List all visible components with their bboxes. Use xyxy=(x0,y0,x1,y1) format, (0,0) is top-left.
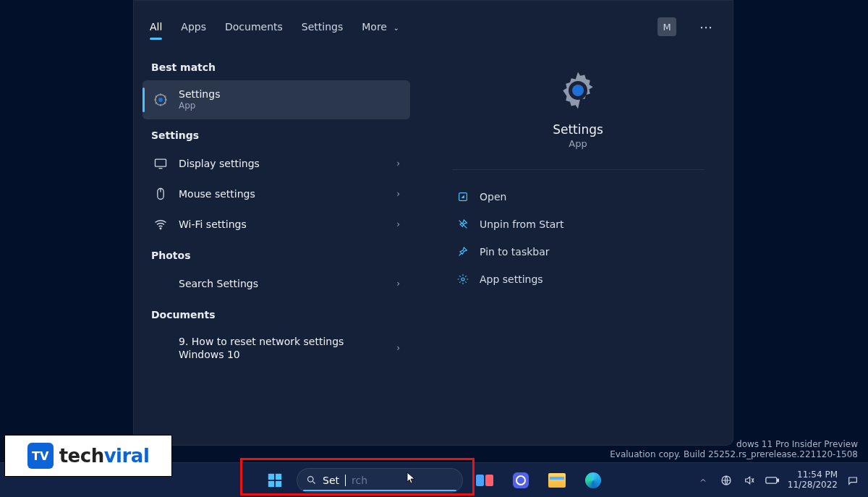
tab-settings[interactable]: Settings xyxy=(302,17,343,37)
result-display-settings[interactable]: Display settings › xyxy=(142,148,410,179)
gear-small-icon xyxy=(456,273,469,286)
photos-section-header: Photos xyxy=(142,239,423,268)
svg-rect-15 xyxy=(766,477,777,483)
best-match-title: Settings xyxy=(179,88,400,101)
search-icon xyxy=(306,475,317,485)
unpin-icon xyxy=(456,218,469,231)
best-match-result[interactable]: Settings App xyxy=(142,80,410,119)
result-doc-reset-network[interactable]: 9. How to reset network settings Windows… xyxy=(142,328,410,368)
chevron-down-icon: ⌄ xyxy=(393,24,399,32)
tray-network-icon[interactable] xyxy=(718,472,734,488)
svg-rect-12 xyxy=(276,480,281,486)
taskbar-search-input[interactable]: Setrch xyxy=(297,468,463,493)
taskbar-file-explorer[interactable] xyxy=(542,466,571,495)
gear-icon xyxy=(556,69,600,112)
svg-rect-2 xyxy=(156,159,166,166)
svg-point-0 xyxy=(158,98,163,102)
tray-volume-icon[interactable] xyxy=(741,472,757,488)
chevron-right-icon: › xyxy=(396,343,400,353)
mouse-icon xyxy=(153,186,169,202)
tab-all[interactable]: All xyxy=(150,17,162,37)
system-tray: 11:54 PM 11/28/2022 xyxy=(695,470,861,490)
svg-point-8 xyxy=(461,278,464,281)
tab-more[interactable]: More ⌄ xyxy=(362,17,399,37)
pin-icon xyxy=(456,245,469,258)
chevron-right-icon: › xyxy=(396,279,400,289)
blank-icon xyxy=(153,276,169,292)
open-icon xyxy=(456,190,469,203)
result-mouse-settings[interactable]: Mouse settings › xyxy=(142,179,410,209)
results-column: Best match Settings App Settings xyxy=(134,43,423,445)
svg-rect-9 xyxy=(268,473,274,479)
gear-icon xyxy=(153,92,169,108)
svg-rect-11 xyxy=(268,480,274,486)
action-unpin-start[interactable]: Unpin from Start xyxy=(452,211,704,238)
user-avatar[interactable]: M xyxy=(658,17,676,36)
tab-apps[interactable]: Apps xyxy=(181,17,206,37)
taskbar-chat[interactable] xyxy=(506,466,535,495)
tab-documents[interactable]: Documents xyxy=(225,17,283,37)
tray-overflow[interactable] xyxy=(695,472,711,488)
preview-subtitle: App xyxy=(569,138,587,149)
windows-watermark: dows 11 Pro Insider Preview Evaluation c… xyxy=(610,439,858,459)
monitor-icon xyxy=(153,156,169,171)
taskbar-widgets[interactable] xyxy=(470,466,499,495)
result-wifi-settings[interactable]: Wi-Fi settings › xyxy=(142,209,410,239)
documents-section-header: Documents xyxy=(142,299,423,328)
svg-rect-16 xyxy=(777,479,778,481)
best-match-subtitle: App xyxy=(179,101,400,112)
result-search-settings[interactable]: Search Settings › xyxy=(142,268,410,299)
text-caret xyxy=(345,475,346,486)
start-button[interactable] xyxy=(260,466,289,495)
svg-point-4 xyxy=(160,228,161,229)
svg-point-13 xyxy=(308,477,314,483)
search-flyout: All Apps Documents Settings More ⌄ M ⋯ B… xyxy=(133,0,733,446)
taskbar-edge[interactable] xyxy=(579,466,608,495)
chevron-right-icon: › xyxy=(396,219,400,229)
source-logo: TV techviral xyxy=(4,435,172,477)
action-open[interactable]: Open xyxy=(452,183,704,211)
svg-point-6 xyxy=(572,85,584,96)
taskbar-clock[interactable]: 11:54 PM 11/28/2022 xyxy=(788,470,838,490)
svg-rect-10 xyxy=(276,473,281,479)
preview-pane: Settings App Open Unpin from Start xyxy=(423,43,733,445)
action-pin-taskbar[interactable]: Pin to taskbar xyxy=(452,238,704,266)
wifi-icon xyxy=(153,216,169,232)
settings-section-header: Settings xyxy=(142,119,423,148)
blank-icon xyxy=(153,340,169,356)
more-options-button[interactable]: ⋯ xyxy=(695,17,717,36)
divider xyxy=(452,169,704,170)
action-app-settings[interactable]: App settings xyxy=(452,266,704,293)
search-tabs: All Apps Documents Settings More ⌄ M ⋯ xyxy=(134,17,733,43)
preview-title: Settings xyxy=(553,122,603,137)
logo-badge: TV xyxy=(27,443,54,469)
best-match-header: Best match xyxy=(142,51,423,80)
tray-notifications-icon[interactable] xyxy=(845,472,861,488)
tray-battery-icon[interactable] xyxy=(765,472,780,488)
chevron-right-icon: › xyxy=(396,158,400,169)
chevron-right-icon: › xyxy=(396,189,400,199)
